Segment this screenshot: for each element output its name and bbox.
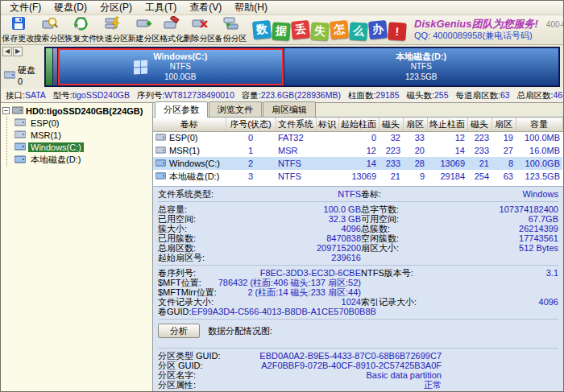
analyze-button[interactable]: 分析 (158, 324, 200, 338)
col-end-sector[interactable]: 扇区 (491, 118, 516, 131)
ad-tile: 据 (272, 22, 290, 40)
cell-start-cylinder: 13069 (338, 170, 379, 183)
cell-filesystem: FAT32 (276, 131, 316, 144)
tree-item-msr[interactable]: MSR(1) (15, 129, 151, 141)
ad-tile: 么 (349, 22, 367, 40)
search-partition-button[interactable]: 搜索分区 (34, 16, 65, 43)
cell-end-sector: 27 (491, 144, 516, 157)
detail-value: 100.0 GB (324, 204, 361, 214)
toolbar-button-label: 格式化 (160, 33, 184, 44)
windows-logo-icon (134, 60, 147, 74)
cell-start-sector: 9 (403, 170, 427, 183)
hdd-icon (12, 105, 23, 116)
cell-capacity: 123.5GB (516, 170, 562, 183)
detail-value: 2 (柱面:14 磁头:233 扇区:44) (247, 287, 361, 297)
tree-root-disk[interactable]: − HD0:tigoSSD240GB(224GB) (2, 105, 151, 116)
partition-icon (15, 155, 26, 165)
table-row-local-disk-d[interactable]: 本地磁盘(D:) 3 NTFS 13069 21 9 29184 254 63 … (153, 170, 562, 183)
col-start-head[interactable]: 磁头 (379, 118, 403, 131)
detail-value: 67.7GB (529, 214, 558, 224)
partition-block-msr[interactable] (53, 48, 57, 85)
detail-label: $MFT位置: (158, 278, 201, 287)
delete-partition-button[interactable]: 删除分区 (184, 16, 215, 43)
table-row-esp[interactable]: ESP(0) 0 FAT32 0 32 33 12 223 19 100.0MB (153, 131, 562, 144)
toolbar: 保存更改 搜索分区 恢复文件 快速分区 新建分区 格式化 删除分区 备份分区 (1, 15, 563, 45)
col-start-sector[interactable]: 扇区 (403, 118, 427, 131)
detail-value: 239616 (331, 253, 361, 262)
tab-browse-files[interactable]: 浏览文件 (209, 101, 262, 117)
detail-label: 总容量: (158, 204, 187, 214)
detail-label: 卷序列号: (158, 268, 196, 278)
disk-strip: ◀ ▶ 硬盘 0 Windows(C:) NTFS 100.0GB (1, 45, 563, 89)
partition-name: 本地磁盘(D:) (396, 52, 446, 63)
tree-item-esp[interactable]: ESP(0) (15, 117, 151, 129)
disk-selector: ◀ ▶ 硬盘 0 (1, 47, 44, 87)
menu-file[interactable]: 文件(F) (3, 0, 48, 15)
backup-partition-button[interactable]: 备份分区 (215, 16, 247, 43)
tree-item-windows-c[interactable]: Windows(C:) (15, 141, 151, 153)
menu-view[interactable]: 查看(V) (183, 0, 228, 15)
cell-end-sector: 8 (491, 157, 516, 170)
tab-partition-params[interactable]: 分区参数 (155, 101, 208, 118)
collapse-icon[interactable]: − (2, 107, 10, 114)
format-button[interactable]: 格式化 (160, 16, 184, 43)
col-end-cylinder[interactable]: 终止柱面 (427, 118, 467, 131)
ad-tile: 怎 (330, 20, 349, 39)
disk-info-value: SATA (25, 90, 46, 100)
cell-start-cylinder: 0 (338, 131, 379, 144)
detail-value: 786432 (柱面:406 磁头:137 扇区:52) (218, 278, 361, 287)
tab-sector-edit[interactable]: 扇区编辑 (263, 101, 316, 117)
prev-disk-button[interactable]: ◀ (2, 47, 12, 56)
partition-block-d[interactable]: 本地磁盘(D:) NTFS 123.5GB (284, 48, 558, 85)
col-index-status[interactable]: 序号(状态) (226, 118, 276, 131)
cell-start-sector: 33 (403, 131, 427, 144)
partition-block-c[interactable]: Windows(C:) NTFS 100.0GB (58, 48, 284, 85)
disk-info-value: 29185 (375, 90, 399, 100)
col-start-cylinder[interactable]: 起始柱面 (338, 118, 379, 131)
menu-tools[interactable]: 工具(T) (139, 0, 183, 15)
quick-partition-icon (105, 16, 121, 32)
partition-size: 123.5GB (396, 72, 446, 83)
col-flag[interactable]: 标识 (316, 118, 338, 131)
col-filesystem[interactable]: 文件系统 (276, 118, 316, 131)
cell-capacity: 16.0MB (516, 144, 562, 157)
tree-item-label: MSR(1) (28, 130, 64, 140)
ad-banner[interactable]: 数 据 丢 失 怎 么 办 ! DiskGenius团队为您服务! 400-00… (253, 16, 564, 43)
recover-files-button[interactable]: 恢复文件 (65, 16, 97, 43)
disk-tree-panel: − HD0:tigoSSD240GB(224GB) ESP(0) MSR(1) … (1, 103, 153, 391)
detail-label: 分区 GUID: (158, 361, 203, 370)
disk-info-value: tigoSSD240GB (73, 90, 130, 100)
detail-value: 4096 (539, 297, 558, 307)
detail-label: 已用簇数: (158, 233, 196, 243)
partition-block-esp[interactable] (46, 48, 52, 85)
ad-tile: ! (388, 22, 406, 40)
cell-filesystem: NTFS (276, 157, 316, 170)
disk-info-label: 柱面数: (348, 90, 375, 100)
cell-filesystem: MSR (276, 144, 316, 157)
col-volume-label[interactable]: 卷标 (153, 118, 226, 131)
quick-partition-button[interactable]: 快速分区 (97, 16, 128, 43)
menu-partition[interactable]: 分区(P) (93, 0, 139, 15)
format-icon (164, 16, 180, 32)
menu-bar: 文件(F) 硬盘(D) 分区(P) 工具(T) 查看(V) 帮助(H) (1, 1, 563, 15)
menu-disk[interactable]: 硬盘(D) (48, 0, 93, 15)
col-end-head[interactable]: 磁头 (467, 118, 491, 131)
detail-value: 107374182400 (500, 204, 558, 214)
detail-value: 209715200 (317, 243, 361, 253)
cell-end-cylinder: 13069 (427, 157, 467, 170)
allocation-map (158, 340, 558, 345)
table-row-windows-c[interactable]: Windows(C:) 2 NTFS 14 233 28 13069 21 8 … (153, 157, 562, 170)
col-capacity[interactable]: 容量 (516, 118, 562, 131)
save-changes-button[interactable]: 保存更改 (2, 16, 34, 43)
next-disk-button[interactable]: ▶ (13, 47, 23, 56)
table-header-row: 卷标 序号(状态) 文件系统 标识 起始柱面 磁头 扇区 终止柱面 磁头 扇区 … (153, 118, 562, 131)
partition-icon (15, 130, 26, 140)
tree-item-local-disk-d[interactable]: 本地磁盘(D:) (15, 153, 151, 167)
detail-label: 总字节数: (361, 204, 399, 214)
detail-label: 分区属性: (158, 380, 196, 390)
ad-tile: 办 (368, 20, 388, 39)
table-row-msr[interactable]: MSR(1) 1 MSR 12 223 20 14 233 27 16.0MB (153, 144, 562, 157)
backup-icon (223, 16, 239, 32)
menu-help[interactable]: 帮助(H) (228, 0, 274, 15)
new-partition-button[interactable]: 新建分区 (128, 16, 160, 43)
